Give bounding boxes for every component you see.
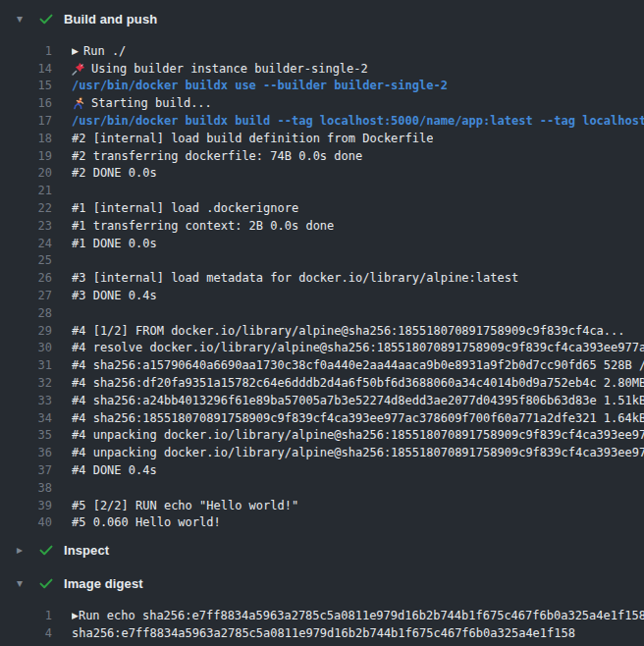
line-number[interactable]: 23 xyxy=(0,219,52,233)
step-header-inspect[interactable]: ▸Inspect xyxy=(0,535,644,565)
line-number[interactable]: 4 xyxy=(0,626,52,640)
line-text: Starting build... xyxy=(72,96,212,110)
line-text: #4 unpacking docker.io/library/alpine@sh… xyxy=(72,446,644,459)
line-number[interactable]: 17 xyxy=(0,114,52,128)
log-line: 28 xyxy=(0,304,644,322)
log-line: 16Starting build... xyxy=(0,94,644,112)
log-line: 40#5 0.060 Hello world! xyxy=(0,514,644,532)
line-number[interactable]: 18 xyxy=(0,132,52,145)
line-number[interactable]: 27 xyxy=(0,289,52,302)
log-line: 20#2 DONE 0.0s xyxy=(0,165,644,183)
log-line: 38 xyxy=(0,479,644,497)
step-title: Image digest xyxy=(64,576,143,591)
actions-log-viewer: ▾Build and push1▶Run ./14Using builder i… xyxy=(0,0,644,646)
line-number[interactable]: 1 xyxy=(0,44,52,58)
step-header-build-and-push[interactable]: ▾Build and push xyxy=(0,4,644,33)
line-text: #2 [internal] load build definition from… xyxy=(72,132,433,145)
line-number[interactable]: 20 xyxy=(0,166,52,180)
line-number[interactable]: 34 xyxy=(0,411,52,425)
log-line: 39#5 [2/2] RUN echo "Hello world!" xyxy=(0,497,644,514)
step-title: Build and push xyxy=(64,12,157,27)
check-icon xyxy=(38,11,54,27)
line-number[interactable]: 16 xyxy=(0,96,52,110)
line-text: #1 transferring context: 2B 0.0s done xyxy=(72,219,334,233)
line-message: Using builder instance builder-single-2 xyxy=(91,62,368,76)
line-text: #3 DONE 0.4s xyxy=(72,289,157,302)
line-text: #4 sha256:185518070891758909c9f839cf4ca3… xyxy=(72,411,644,425)
line-number[interactable]: 24 xyxy=(0,237,52,250)
step-groups: ▾Build and push1▶Run ./14Using builder i… xyxy=(0,4,644,642)
log-line: 22#1 [internal] load .dockerignore xyxy=(0,199,644,217)
log-line: 31#4 sha256:a15790640a6690aa1730c38cf0a4… xyxy=(0,356,644,374)
chevron-down-icon[interactable]: ▾ xyxy=(17,577,30,589)
line-text: #4 sha256:df20fa9351a15782c64e6dddb2d4a6… xyxy=(72,376,644,390)
log-line: 1▶Run ./ xyxy=(0,42,644,60)
line-number[interactable]: 40 xyxy=(0,515,52,529)
line-number[interactable]: 37 xyxy=(0,463,52,477)
line-text: #4 resolve docker.io/library/alpine@sha2… xyxy=(72,341,644,354)
pushpin-icon xyxy=(72,62,85,76)
log-line: 15/usr/bin/docker buildx use --builder b… xyxy=(0,78,644,95)
run-command-text: Run ./ xyxy=(83,44,126,58)
check-icon xyxy=(38,542,54,558)
line-number[interactable]: 38 xyxy=(0,481,52,495)
line-message: Starting build... xyxy=(91,96,212,110)
chevron-right-icon[interactable]: ▸ xyxy=(17,544,30,556)
line-number[interactable]: 1 xyxy=(0,609,52,622)
step-header-image-digest[interactable]: ▾Image digest xyxy=(0,568,644,598)
step-group-inspect: ▸Inspect xyxy=(0,535,644,565)
line-number[interactable]: 39 xyxy=(0,499,52,512)
line-number[interactable]: 19 xyxy=(0,149,52,163)
line-number[interactable]: 28 xyxy=(0,306,52,320)
log-line: 14Using builder instance builder-single-… xyxy=(0,60,644,78)
expand-toggle-icon[interactable]: ▶ xyxy=(72,611,79,620)
log-line: 37#4 DONE 0.4s xyxy=(0,461,644,479)
line-text: #4 [1/2] FROM docker.io/library/alpine@s… xyxy=(72,324,625,338)
log-line: 17/usr/bin/docker buildx build --tag loc… xyxy=(0,112,644,130)
line-text: /usr/bin/docker buildx build --tag local… xyxy=(72,114,644,128)
step-group-build-and-push: ▾Build and push1▶Run ./14Using builder i… xyxy=(0,4,644,531)
line-text: #4 sha256:a24bb4013296f61e89ba57005a7b3e… xyxy=(72,394,644,407)
log-line: 24#1 DONE 0.0s xyxy=(0,235,644,252)
log-line: 33#4 sha256:a24bb4013296f61e89ba57005a7b… xyxy=(0,392,644,409)
line-text: #4 DONE 0.4s xyxy=(72,463,157,477)
line-text: #4 sha256:a15790640a6690aa1730c38cf0a440… xyxy=(72,358,644,372)
line-text: #2 DONE 0.0s xyxy=(72,166,157,180)
log-line: 34#4 sha256:185518070891758909c9f839cf4c… xyxy=(0,409,644,427)
line-number[interactable]: 14 xyxy=(0,62,52,76)
line-number[interactable]: 15 xyxy=(0,79,52,92)
line-number[interactable]: 22 xyxy=(0,201,52,215)
log-line: 1▶Run echo sha256:e7ff8834a5963a2785c5a0… xyxy=(0,607,644,624)
line-text: #5 [2/2] RUN echo "Hello world!" xyxy=(72,499,298,512)
line-number[interactable]: 32 xyxy=(0,376,52,390)
step-group-image-digest: ▾Image digest1▶Run echo sha256:e7ff8834a… xyxy=(0,568,644,642)
line-number[interactable]: 21 xyxy=(0,184,52,197)
line-text: Using builder instance builder-single-2 xyxy=(72,62,368,76)
step-title: Inspect xyxy=(64,543,109,558)
line-text: #1 [internal] load .dockerignore xyxy=(72,201,298,215)
chevron-down-icon[interactable]: ▾ xyxy=(17,13,30,25)
log-line: 27#3 DONE 0.4s xyxy=(0,287,644,304)
log-line: 4sha256:e7ff8834a5963a2785c5a0811e979d16… xyxy=(0,624,644,642)
log-line: 26#3 [internal] load metadata for docker… xyxy=(0,269,644,287)
line-text: ▶Run echo sha256:e7ff8834a5963a2785c5a08… xyxy=(72,609,644,622)
log-line: 25 xyxy=(0,252,644,270)
line-number[interactable]: 31 xyxy=(0,358,52,372)
line-number[interactable]: 33 xyxy=(0,394,52,407)
log-line: 21 xyxy=(0,182,644,199)
log-line: 29#4 [1/2] FROM docker.io/library/alpine… xyxy=(0,322,644,340)
run-command-text: Run echo sha256:e7ff8834a5963a2785c5a081… xyxy=(79,609,644,622)
line-number[interactable]: 29 xyxy=(0,324,52,338)
line-number[interactable]: 30 xyxy=(0,341,52,354)
line-text: #5 0.060 Hello world! xyxy=(72,515,221,529)
line-text: #4 unpacking docker.io/library/alpine@sh… xyxy=(72,428,644,442)
runner-icon xyxy=(72,96,85,110)
line-number[interactable]: 36 xyxy=(0,446,52,459)
expand-toggle-icon[interactable]: ▶ xyxy=(72,46,83,56)
log-line: 18#2 [internal] load build definition fr… xyxy=(0,130,644,147)
line-number[interactable]: 25 xyxy=(0,253,52,267)
line-number[interactable]: 26 xyxy=(0,271,52,285)
log-line: 32#4 sha256:df20fa9351a15782c64e6dddb2d4… xyxy=(0,374,644,392)
log-line: 30#4 resolve docker.io/library/alpine@sh… xyxy=(0,340,644,357)
line-number[interactable]: 35 xyxy=(0,428,52,442)
